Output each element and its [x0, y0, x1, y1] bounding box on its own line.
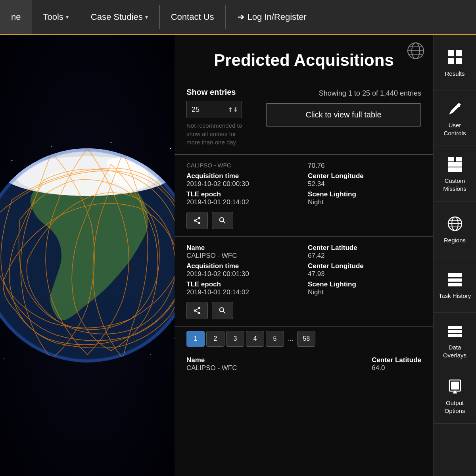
svg-rect-31 — [448, 157, 454, 161]
svg-rect-30 — [456, 58, 462, 64]
lighting-label-1: Scene Lighting — [308, 190, 421, 198]
lighting-label-2: Scene Lighting — [308, 280, 421, 288]
svg-rect-27 — [448, 50, 454, 56]
svg-rect-34 — [448, 167, 462, 172]
nav-tools[interactable]: Tools ▾ — [32, 0, 79, 34]
tle-value-2: 2019-10-01 20:14:02 — [186, 288, 300, 296]
lat-label-2: Center Latitude — [308, 244, 421, 252]
center-lon-value-2: 47.93 — [308, 270, 421, 278]
top-nav: ne Tools ▾ Case Studies ▾ Contact Us ➜ L… — [0, 0, 476, 35]
sidebar-item-output-options[interactable]: Output Options — [434, 368, 476, 424]
name-value-2: CALIPSO - WFC — [186, 252, 300, 260]
share-button-1[interactable] — [186, 212, 208, 229]
show-entries-label: Show entries — [186, 88, 250, 97]
svg-rect-43 — [448, 278, 462, 282]
page-button-1[interactable]: 1 — [186, 331, 205, 347]
custom-missions-label: Custom Missions — [437, 177, 473, 192]
svg-rect-28 — [456, 50, 462, 56]
page-button-2[interactable]: 2 — [206, 331, 225, 347]
entries-row: Show entries 25 50 100 All ⬆⬇ Not recomm… — [175, 88, 433, 146]
svg-rect-46 — [448, 330, 462, 333]
task-history-label: Task History — [439, 292, 471, 300]
sidebar-item-regions[interactable]: Regions — [434, 202, 476, 257]
last-name-label: Name — [186, 356, 205, 364]
last-lat-value: 64.0 — [372, 364, 385, 372]
svg-point-12 — [51, 146, 52, 147]
output-options-label: Output Options — [437, 399, 473, 415]
nav-case-studies[interactable]: Case Studies ▾ — [80, 0, 159, 34]
globe-container — [0, 140, 175, 370]
svg-point-13 — [111, 142, 112, 143]
acq-time-label-2: Acquisition time — [186, 262, 300, 270]
globe-svg — [0, 140, 175, 370]
tools-arrow-icon: ▾ — [66, 14, 69, 20]
entries-left: Show entries 25 50 100 All ⬆⬇ Not recomm… — [186, 88, 250, 146]
lighting-value-1: Night — [308, 198, 421, 206]
grid-icon — [445, 48, 464, 67]
history-icon — [445, 270, 464, 289]
panel-divider — [182, 78, 425, 78]
custom-icon — [445, 155, 464, 174]
last-lat-label: Center Latitude — [372, 356, 421, 364]
entries-select[interactable]: 25 50 100 All — [186, 101, 242, 118]
sidebar-item-custom-missions[interactable]: Custom Missions — [434, 146, 476, 202]
share-button-2[interactable] — [186, 302, 208, 319]
sidebar-item-data-overlays[interactable]: Data Overlays — [434, 313, 476, 368]
svg-rect-29 — [448, 58, 454, 64]
partial-name-label: CALIPSO - WFC — [186, 162, 300, 169]
acq-time-value-2: 2019-10-02 00:01:30 — [186, 270, 300, 278]
zoom-button-2[interactable] — [212, 302, 233, 319]
view-table-button[interactable]: Click to view full table — [266, 103, 421, 127]
acq-time-value-1: 2019-10-02 00:00:30 — [186, 180, 300, 188]
svg-point-9 — [4, 358, 4, 359]
last-name-value: CALIPSO - WFC — [186, 364, 237, 372]
nav-home[interactable]: ne — [0, 0, 32, 34]
regions-label: Regions — [444, 236, 466, 244]
svg-rect-47 — [448, 334, 462, 337]
lighting-value-2: Night — [308, 288, 421, 296]
case-studies-arrow-icon: ▾ — [145, 14, 148, 20]
page-button-3[interactable]: 3 — [226, 331, 244, 347]
nav-contact-us[interactable]: Contact Us — [160, 0, 225, 34]
acq-entry-2: Name CALIPSO - WFC Center Latitude 67.42… — [175, 236, 433, 326]
nav-login[interactable]: ➜ Log In/Register — [226, 12, 318, 22]
acq-actions-1 — [186, 212, 421, 229]
page-button-last[interactable]: 58 — [297, 331, 315, 347]
tle-value-1: 2019-10-01 20:14:02 — [186, 198, 300, 206]
tle-label-2: TLE epoch — [186, 280, 300, 288]
svg-rect-44 — [448, 283, 462, 286]
sidebar-item-task-history[interactable]: Task History — [434, 257, 476, 313]
last-entry-row: Name CALIPSO - WFC Center Latitude 64.0 — [175, 352, 433, 378]
zoom-button-1[interactable] — [212, 212, 233, 229]
name-label-2: Name — [186, 244, 300, 252]
showing-text: Showing 1 to 25 of 1,440 entries — [266, 89, 421, 98]
acq-grid-partial: CALIPSO - WFC 70.76 Acquisition time 201… — [186, 162, 421, 206]
pagination-ellipsis: ... — [286, 335, 296, 342]
output-icon — [445, 377, 464, 396]
entries-select-wrapper: 25 50 100 All ⬆⬇ — [186, 101, 242, 118]
lat-value-2: 67.42 — [308, 252, 421, 260]
panel-title: Predicted Acquisitions — [175, 35, 433, 78]
globe-area — [0, 35, 175, 476]
tle-label-1: TLE epoch — [186, 190, 300, 198]
sidebar-item-results[interactable]: Results — [434, 35, 476, 90]
acq-grid-2: Name CALIPSO - WFC Center Latitude 67.42… — [186, 244, 421, 296]
svg-rect-33 — [448, 162, 462, 167]
sidebar: Results User Controls Cust — [433, 35, 476, 476]
svg-rect-45 — [448, 326, 462, 329]
svg-point-4 — [170, 148, 171, 149]
acq-entry-partial: CALIPSO - WFC 70.76 Acquisition time 201… — [175, 154, 433, 236]
svg-rect-42 — [448, 273, 462, 277]
sidebar-item-user-controls[interactable]: User Controls — [434, 90, 476, 146]
panel-area: Predicted Acquisitions Show entries 25 5… — [175, 35, 433, 476]
svg-point-11 — [150, 354, 151, 355]
page-button-5[interactable]: 5 — [266, 331, 284, 347]
center-lon-label-2: Center Longitude — [308, 262, 421, 270]
pencil-icon — [445, 99, 464, 118]
page-button-4[interactable]: 4 — [246, 331, 264, 347]
globe-icon — [445, 214, 464, 233]
acq-time-label-1: Acquisition time — [186, 172, 300, 180]
user-controls-label: User Controls — [437, 121, 473, 137]
data-overlays-label: Data Overlays — [437, 344, 473, 359]
panel-globe-icon[interactable] — [406, 41, 425, 60]
